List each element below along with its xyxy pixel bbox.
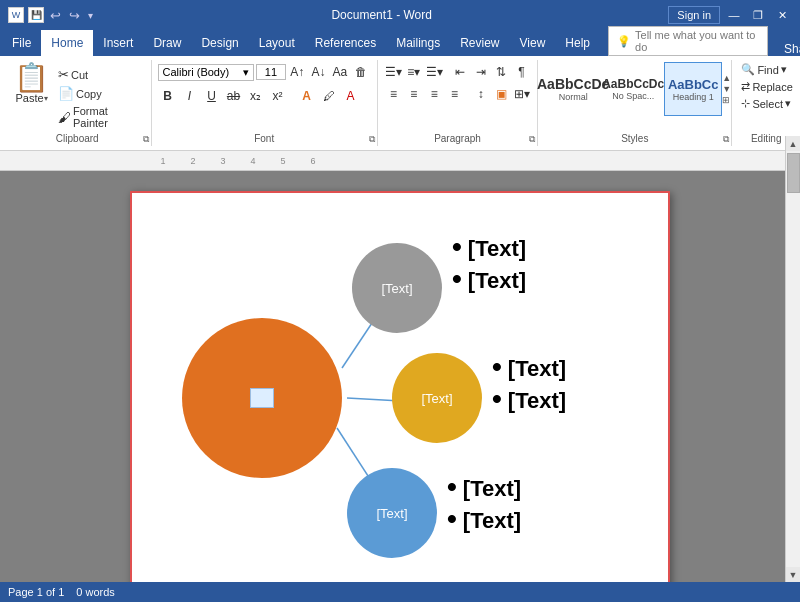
bullet-dot: • — [492, 385, 502, 413]
copy-label: Copy — [76, 88, 102, 100]
tab-file[interactable]: File — [2, 30, 41, 56]
bullet-list-button[interactable]: ☰▾ — [384, 62, 403, 82]
circle-mid[interactable]: [Text] — [392, 353, 482, 443]
style-normal[interactable]: AaBbCcDc Normal — [544, 62, 602, 116]
close-button[interactable]: ✕ — [772, 7, 792, 24]
increase-indent-button[interactable]: ⇥ — [471, 62, 490, 82]
font-expand[interactable]: ⧉ — [369, 134, 375, 145]
highlight-color-button[interactable]: 🖊 — [319, 86, 339, 106]
scroll-track[interactable] — [786, 151, 800, 567]
superscript-button[interactable]: x² — [268, 86, 288, 106]
scroll-thumb[interactable] — [787, 153, 800, 193]
decrease-indent-button[interactable]: ⇤ — [451, 62, 470, 82]
page-info: Page 1 of 1 — [8, 586, 64, 598]
save-icon[interactable]: 💾 — [28, 7, 44, 23]
tab-design[interactable]: Design — [191, 30, 248, 56]
strikethrough-button[interactable]: ab — [224, 86, 244, 106]
shading-button[interactable]: ▣ — [492, 84, 511, 104]
text-effects-button[interactable]: A — [297, 86, 317, 106]
paste-button[interactable]: 📋 Paste ▾ — [10, 62, 53, 106]
bullet-block-mid: • [Text] • [Text] — [492, 353, 566, 417]
style-items: AaBbCcDc Normal AaBbCcDc No Spac... AaBb… — [544, 62, 722, 116]
tell-me-input[interactable]: 💡 Tell me what you want to do — [608, 26, 768, 56]
font-size-selector[interactable]: 11 — [256, 64, 285, 80]
numbered-list-button[interactable]: ≡▾ — [404, 62, 423, 82]
increase-font-button[interactable]: A↑ — [288, 62, 307, 82]
customize-qat-button[interactable]: ▾ — [86, 10, 95, 21]
align-right-button[interactable]: ≡ — [425, 84, 444, 104]
clear-format-button[interactable]: 🗑 — [352, 62, 371, 82]
styles-expand[interactable]: ⧉ — [723, 134, 729, 145]
find-button[interactable]: 🔍 Find ▾ — [738, 62, 794, 77]
big-circle[interactable] — [182, 318, 342, 478]
circle-top[interactable]: [Text] — [352, 243, 442, 333]
redo-button[interactable]: ↪ — [67, 8, 82, 23]
list-row: ☰▾ ≡▾ ☰▾ ⇤ ⇥ ⇅ ¶ — [384, 62, 531, 82]
tab-draw[interactable]: Draw — [143, 30, 191, 56]
format-painter-button[interactable]: 🖌 Format Painter — [55, 104, 145, 130]
tab-layout[interactable]: Layout — [249, 30, 305, 56]
document-title: Document1 - Word — [95, 8, 668, 22]
style-heading1[interactable]: AaBbCc Heading 1 — [664, 62, 722, 116]
paste-dropdown-arrow[interactable]: ▾ — [44, 94, 48, 103]
tab-insert[interactable]: Insert — [93, 30, 143, 56]
replace-button[interactable]: ⇄ Replace — [738, 79, 794, 94]
circle-bot[interactable]: [Text] — [347, 468, 437, 558]
undo-button[interactable]: ↩ — [48, 8, 63, 23]
sort-button[interactable]: ⇅ — [492, 62, 511, 82]
scroll-down-button[interactable]: ▼ — [786, 567, 801, 582]
find-arrow: ▾ — [781, 63, 787, 76]
clipboard-expand[interactable]: ⧉ — [143, 134, 149, 145]
tab-review[interactable]: Review — [450, 30, 509, 56]
smartart-diagram[interactable]: [Text] [Text] [Text] • [Text] • [Text] — [152, 213, 648, 583]
style-normal-label: Normal — [559, 92, 588, 102]
tab-home[interactable]: Home — [41, 30, 93, 56]
bullet-dot: • — [492, 353, 502, 381]
subscript-button[interactable]: x₂ — [246, 86, 266, 106]
sign-in-button[interactable]: Sign in — [668, 6, 720, 24]
multilevel-list-button[interactable]: ☰▾ — [425, 62, 444, 82]
borders-button[interactable]: ⊞▾ — [512, 84, 531, 104]
paragraph-expand[interactable]: ⧉ — [529, 134, 535, 145]
font-group: Calibri (Body) ▾ 11 A↑ A↓ Aa 🗑 B I U ab … — [152, 60, 378, 146]
scroll-up-button[interactable]: ▲ — [786, 136, 801, 151]
share-button[interactable]: Share — [776, 42, 800, 56]
replace-icon: ⇄ — [741, 80, 750, 93]
copy-button[interactable]: 📄 Copy — [55, 85, 145, 102]
italic-button[interactable]: I — [180, 86, 200, 106]
styles-expand-button[interactable]: ⊞ — [722, 95, 731, 105]
justify-button[interactable]: ≡ — [445, 84, 464, 104]
bold-button[interactable]: B — [158, 86, 178, 106]
tab-mailings[interactable]: Mailings — [386, 30, 450, 56]
font-color-button[interactable]: A — [341, 86, 361, 106]
clipboard-label: Clipboard — [4, 133, 151, 144]
styles-down-button[interactable]: ▼ — [722, 84, 731, 94]
ruler-mark: 1 — [148, 156, 178, 166]
change-case-button[interactable]: Aa — [330, 62, 349, 82]
decrease-font-button[interactable]: A↓ — [309, 62, 328, 82]
font-name-selector[interactable]: Calibri (Body) ▾ — [158, 64, 255, 81]
tab-references[interactable]: References — [305, 30, 386, 56]
show-formatting-button[interactable]: ¶ — [512, 62, 531, 82]
find-label: Find — [757, 64, 778, 76]
underline-button[interactable]: U — [202, 86, 222, 106]
restore-button[interactable]: ❐ — [748, 7, 768, 24]
big-circle-inner-icon — [250, 388, 274, 408]
style-nospace[interactable]: AaBbCcDc No Spac... — [604, 62, 662, 116]
clipboard-right: ✂ Cut 📄 Copy 🖌 Format Painter — [55, 62, 145, 130]
bullet-item: • [Text] — [447, 505, 521, 537]
align-center-button[interactable]: ≡ — [404, 84, 423, 104]
find-icon: 🔍 — [741, 63, 755, 76]
styles-up-button[interactable]: ▲ — [722, 73, 731, 83]
document-page[interactable]: [Text] [Text] [Text] • [Text] • [Text] — [130, 191, 670, 598]
replace-label: Replace — [752, 81, 792, 93]
cut-button[interactable]: ✂ Cut — [55, 66, 145, 83]
minimize-button[interactable]: — — [724, 7, 744, 23]
font-format-row: B I U ab x₂ x² A 🖊 A — [158, 86, 371, 106]
tab-help[interactable]: Help — [555, 30, 600, 56]
bullet-item: • [Text] — [452, 265, 526, 297]
line-spacing-button[interactable]: ↕ — [471, 84, 490, 104]
align-left-button[interactable]: ≡ — [384, 84, 403, 104]
tab-view[interactable]: View — [510, 30, 556, 56]
select-button[interactable]: ⊹ Select ▾ — [738, 96, 794, 111]
